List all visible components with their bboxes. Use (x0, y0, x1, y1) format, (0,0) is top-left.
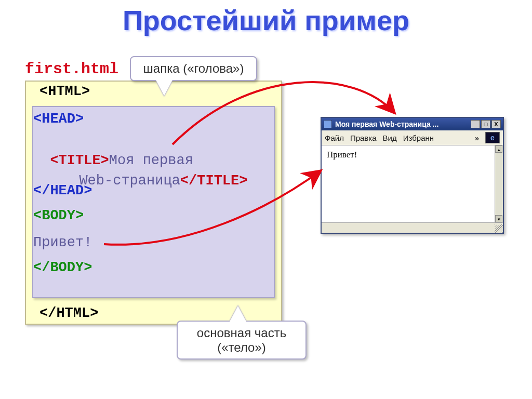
browser-statusbar (322, 222, 503, 233)
browser-window: Моя первая Web-страница ... _ □ X Файл П… (321, 117, 504, 234)
tag-head-close: </HEAD> (33, 183, 92, 198)
scroll-up-icon[interactable]: ▴ (495, 145, 502, 153)
tag-html-open: <HTML> (39, 84, 90, 99)
menu-file[interactable]: Файл (325, 134, 344, 142)
tag-html-close: </HTML> (39, 305, 98, 321)
title-text-2: Web-страница (79, 173, 180, 189)
minimize-button[interactable]: _ (471, 120, 480, 128)
tag-body-open: <BODY> (33, 208, 84, 223)
page-content-text: Привет! (327, 150, 357, 159)
maximize-button[interactable]: □ (481, 120, 490, 128)
tag-body-close: </BODY> (33, 260, 92, 275)
scroll-down-icon[interactable]: ▾ (495, 215, 502, 222)
browser-title-text: Моя первая Web-страница ... (335, 120, 470, 128)
menu-more-icon[interactable]: » (475, 134, 479, 142)
close-button[interactable]: X (491, 120, 501, 128)
body-text: Привет! (33, 235, 92, 250)
callout-head: шапка («голова») (130, 56, 257, 81)
page-title: Простейший пример (123, 4, 409, 36)
menu-view[interactable]: Вид (383, 134, 397, 142)
tag-head-open: <HEAD> (33, 111, 84, 127)
scrollbar[interactable]: ▴ ▾ (495, 145, 503, 222)
menu-favorites[interactable]: Избранн (403, 134, 434, 142)
callout-body-line2: («тело») (217, 340, 266, 354)
menu-edit[interactable]: Правка (350, 134, 377, 142)
tag-title-close: </TITLE> (180, 173, 248, 189)
code-filename: first.html (25, 60, 118, 78)
browser-titlebar: Моя первая Web-страница ... _ □ X (322, 118, 503, 130)
page-icon (324, 120, 332, 128)
ie-logo-icon: e (485, 132, 500, 143)
browser-menu: Файл Правка Вид Избранн » e (322, 130, 503, 145)
callout-body: основная часть («тело») (177, 321, 307, 360)
callout-body-line1: основная часть (197, 326, 286, 340)
browser-body: Привет! ▴ ▾ (322, 145, 503, 222)
resize-handle-icon[interactable] (495, 224, 503, 233)
